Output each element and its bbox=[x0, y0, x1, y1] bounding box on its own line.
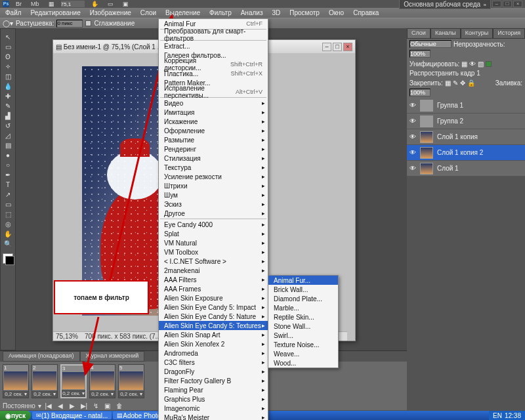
menu-item[interactable]: Другое bbox=[159, 209, 268, 218]
layer-row[interactable]: 👁Группа 2 bbox=[407, 114, 525, 129]
doc-close-button[interactable]: × bbox=[343, 43, 352, 51]
submenu-item[interactable]: Marble... bbox=[268, 303, 338, 312]
unify-style-icon[interactable]: ▧ bbox=[478, 60, 484, 68]
color-swatch[interactable] bbox=[3, 253, 13, 264]
menu-item[interactable]: Исправление перспективы...Alt+Ctrl+V bbox=[159, 87, 268, 96]
doc-zoom-readout[interactable]: 75,13% bbox=[56, 333, 78, 340]
heal-tool-icon[interactable]: ✚ bbox=[2, 92, 14, 101]
submenu-item[interactable]: Texture Noise... bbox=[268, 340, 338, 349]
close-button[interactable]: × bbox=[513, 1, 522, 7]
submenu-item[interactable]: Animal Fur... bbox=[268, 276, 338, 285]
system-tray[interactable]: EN 12:38 bbox=[489, 411, 525, 420]
menu-item[interactable]: Alien Skin Eye Candy 5: Impact bbox=[159, 303, 268, 312]
lasso-tool-icon[interactable]: ʘ bbox=[2, 52, 14, 62]
menu-item[interactable]: VM Natural bbox=[159, 238, 268, 247]
marquee-tool-icon[interactable]: ▭ bbox=[2, 43, 14, 52]
menu-item[interactable]: C3C filters bbox=[159, 358, 268, 367]
history-brush-tool-icon[interactable]: ↺ bbox=[2, 121, 14, 131]
menu-item[interactable]: Graphics Plus bbox=[159, 394, 268, 404]
frame[interactable]: 40,2 сек. ▾ bbox=[89, 364, 116, 398]
menu-item[interactable]: Eye Candy 4000 bbox=[159, 220, 268, 229]
menu-item[interactable]: 2manekenai bbox=[159, 266, 268, 275]
menu-item[interactable]: VM Toolbox bbox=[159, 247, 268, 257]
submenu-item[interactable]: Brick Wall... bbox=[268, 285, 338, 294]
doc-minimize-button[interactable]: – bbox=[322, 43, 331, 51]
path-tool-icon[interactable]: ↗ bbox=[2, 190, 14, 200]
tab-measurement[interactable]: Журнал измерений bbox=[80, 351, 145, 362]
submenu-item[interactable]: Swirl... bbox=[268, 331, 338, 340]
start-button[interactable]: ◉ пуск bbox=[0, 411, 31, 420]
menu-item[interactable]: Усиление резкости bbox=[159, 172, 268, 181]
type-tool-icon[interactable]: T bbox=[2, 180, 14, 190]
doc-maximize-button[interactable]: □ bbox=[333, 43, 342, 51]
menu-analysis[interactable]: Анализ bbox=[237, 9, 267, 17]
lock-brush-icon[interactable]: ✎ bbox=[453, 79, 458, 87]
dodge-tool-icon[interactable]: ○ bbox=[2, 161, 14, 170]
3d-cam-tool-icon[interactable]: ◎ bbox=[2, 220, 14, 229]
menu-item[interactable]: Alien Skin Snap Art bbox=[159, 330, 268, 339]
visibility-icon[interactable]: 👁 bbox=[410, 117, 416, 125]
arrange-docs-icon[interactable]: ▭ bbox=[105, 1, 116, 7]
submenu-item[interactable]: Wood... bbox=[268, 358, 338, 368]
menu-filter[interactable]: Фильтр bbox=[205, 9, 236, 17]
frame[interactable]: 50,2 сек. ▾ bbox=[118, 364, 144, 398]
gradient-tool-icon[interactable]: ▤ bbox=[2, 141, 14, 150]
prev-frame-button[interactable]: ◀ bbox=[56, 402, 65, 410]
unify-pos-icon[interactable]: ▦ bbox=[461, 60, 467, 68]
visibility-icon[interactable]: 👁 bbox=[410, 165, 416, 172]
lang-indicator[interactable]: EN bbox=[493, 412, 502, 419]
menu-item[interactable]: Видео bbox=[159, 98, 268, 108]
lock-move-icon[interactable]: ✥ bbox=[460, 79, 465, 87]
crop-tool-icon[interactable]: ◫ bbox=[2, 72, 14, 81]
menu-window[interactable]: Окно bbox=[325, 9, 348, 17]
menu-item[interactable]: Размытие bbox=[159, 135, 268, 144]
submenu-item[interactable]: Stone Wall... bbox=[268, 322, 338, 331]
menu-edit[interactable]: Редактирование bbox=[27, 9, 85, 17]
hand-icon[interactable]: ✋ bbox=[89, 1, 101, 7]
eyedropper-tool-icon[interactable]: 💧 bbox=[2, 82, 14, 91]
tween-button[interactable]: ↯ bbox=[91, 402, 100, 410]
antialias-checkbox[interactable] bbox=[85, 20, 91, 26]
maximize-button[interactable]: □ bbox=[503, 1, 512, 7]
blend-mode-select[interactable] bbox=[410, 40, 452, 48]
lock-pixel-icon[interactable]: ▦ bbox=[445, 79, 451, 87]
menu-item[interactable]: MuRa's Meister bbox=[159, 413, 268, 420]
screen-mode-icon[interactable]: ▣ bbox=[120, 1, 131, 7]
frame-delay[interactable]: 0,2 сек. ▾ bbox=[62, 390, 85, 397]
menu-item[interactable]: Стилизация bbox=[159, 154, 268, 163]
menu-item[interactable]: Искажение bbox=[159, 117, 268, 126]
menu-item[interactable]: Коррекция дисторсии...Shift+Ctrl+R bbox=[159, 60, 268, 69]
frame-delay[interactable]: 0,2 сек. ▾ bbox=[119, 390, 144, 398]
menu-item[interactable]: Оформление bbox=[159, 126, 268, 135]
menu-item[interactable]: < I.C.NET Software > bbox=[159, 257, 268, 266]
bridge-icon[interactable]: Br bbox=[13, 1, 24, 7]
menu-item[interactable]: Extract... bbox=[159, 41, 268, 51]
menu-layers[interactable]: Слои bbox=[136, 9, 160, 17]
propagate-checkbox[interactable] bbox=[486, 61, 492, 67]
pen-tool-icon[interactable]: ✒ bbox=[2, 171, 14, 180]
frame[interactable]: 20,2 сек. ▾ bbox=[32, 364, 58, 398]
stamp-tool-icon[interactable]: ▟ bbox=[2, 112, 14, 121]
first-frame-button[interactable]: |◀ bbox=[44, 402, 53, 410]
brush-tool-icon[interactable]: ✎ bbox=[2, 102, 14, 111]
menu-item[interactable]: Andromeda bbox=[159, 348, 268, 358]
menu-item[interactable]: Splat bbox=[159, 229, 268, 238]
menu-item[interactable]: Шум bbox=[159, 190, 268, 200]
menu-item[interactable]: Alien Skin Eye Candy 5: Textures bbox=[159, 321, 268, 330]
zoom-tool-icon[interactable]: 🔍 bbox=[2, 240, 14, 249]
lock-all-icon[interactable]: 🔒 bbox=[467, 79, 475, 87]
menu-item[interactable]: Imagenomic bbox=[159, 404, 268, 413]
eraser-tool-icon[interactable]: ◿ bbox=[2, 131, 14, 140]
menu-item[interactable]: Эскиз bbox=[159, 200, 268, 209]
menu-item[interactable]: Пластика...Shift+Ctrl+X bbox=[159, 69, 268, 78]
layer-row[interactable]: 👁Слой 1 копия bbox=[407, 129, 525, 145]
menu-item[interactable]: Текстура bbox=[159, 163, 268, 172]
tab-history[interactable]: История bbox=[493, 28, 525, 39]
menu-item[interactable]: Преобразовать для смарт-фильтров bbox=[159, 30, 268, 39]
menu-item[interactable]: Alien Skin Exposure bbox=[159, 293, 268, 303]
layer-row[interactable]: 👁Слой 1 bbox=[407, 161, 525, 177]
play-button[interactable]: ▶ bbox=[68, 402, 77, 410]
menu-select[interactable]: Выделение bbox=[161, 9, 204, 17]
3d-tool-icon[interactable]: ⬚ bbox=[2, 210, 14, 219]
tab-channels[interactable]: Каналы bbox=[430, 28, 461, 39]
